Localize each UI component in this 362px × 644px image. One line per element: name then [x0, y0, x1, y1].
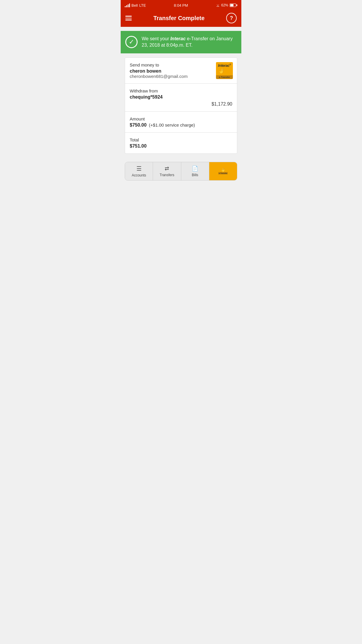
amount-row: Amount $750.00 (+$1.00 service charge): [125, 112, 237, 133]
page-title: Transfer Complete: [132, 15, 226, 22]
tab-bar: ☰ Accounts ⇄ Transfers 📄 Bills 🤚 e-Trans…: [125, 162, 237, 181]
tab-etransfer[interactable]: 🤚 e-Transfer: [209, 162, 237, 180]
transfers-icon: ⇄: [165, 165, 169, 172]
status-bar: Bell LTE 8:04 PM ⯷ 62%: [121, 0, 241, 10]
network-type-label: LTE: [139, 3, 146, 8]
check-icon: ✓: [125, 36, 138, 48]
success-banner: ✓ We sent your Interac e-Transfer on Jan…: [121, 31, 241, 53]
battery-icon: [230, 4, 237, 7]
signal-icon: [125, 3, 130, 7]
help-button[interactable]: ?: [226, 13, 237, 23]
bills-label: Bills: [192, 173, 198, 177]
total-row: Total $751.00: [125, 133, 237, 153]
status-left: Bell LTE: [125, 3, 146, 8]
tab-transfers[interactable]: ⇄ Transfers: [153, 162, 181, 180]
transfers-label: Transfers: [160, 173, 174, 177]
bluetooth-icon: ⯷: [216, 3, 220, 8]
menu-button[interactable]: [125, 16, 132, 20]
carrier-label: Bell: [131, 3, 138, 8]
accounts-icon: ☰: [136, 165, 142, 172]
etransfer-icon: 🤚 e-Transfer: [218, 166, 228, 176]
service-charge: (+$1.00 service charge): [149, 123, 195, 127]
interac-logo: Interac® 🤚 e-Transfer: [216, 62, 233, 79]
success-message: We sent your Interac e-Transfer on Janua…: [142, 36, 237, 49]
time-label: 8:04 PM: [174, 3, 188, 8]
amount-value: $750.00: [130, 123, 147, 128]
transaction-details-card: Send money to cheron bowen cheronbowen68…: [125, 57, 237, 154]
bills-icon: 📄: [192, 165, 198, 172]
total-value: $751.00: [130, 144, 232, 149]
withdraw-from-row: Withdraw from chequing*5924 $1,172.90: [125, 84, 237, 112]
tab-bills[interactable]: 📄 Bills: [181, 162, 209, 180]
withdraw-from-label: Withdraw from: [130, 88, 232, 93]
total-label: Total: [130, 137, 232, 142]
status-right: ⯷ 62%: [216, 3, 237, 8]
tab-accounts[interactable]: ☰ Accounts: [125, 162, 153, 180]
app-header: Transfer Complete ?: [121, 10, 241, 27]
account-balance: $1,172.90: [130, 102, 232, 107]
account-name: chequing*5924: [130, 94, 232, 100]
send-to-row: Send money to cheron bowen cheronbowen68…: [125, 58, 237, 84]
battery-percent-label: 62%: [221, 3, 228, 7]
accounts-label: Accounts: [132, 173, 146, 177]
amount-label: Amount: [130, 116, 232, 121]
